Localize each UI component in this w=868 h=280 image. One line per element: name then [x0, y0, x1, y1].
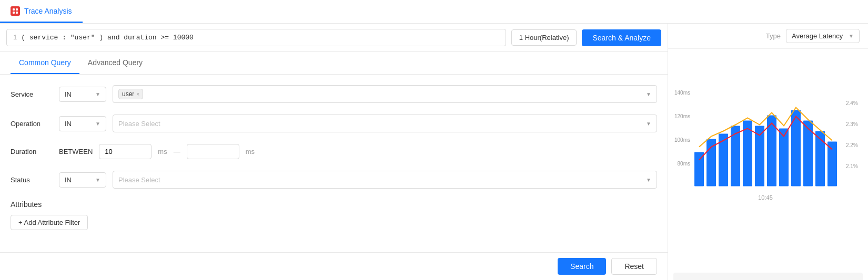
- operation-placeholder: Please Select: [118, 120, 160, 128]
- svg-text:2.3%: 2.3%: [846, 121, 858, 127]
- service-operator-select[interactable]: IN ▼: [59, 87, 106, 102]
- tab-bar: Trace Analysis: [0, 0, 868, 24]
- tab-common-query[interactable]: Common Query: [11, 52, 79, 74]
- query-editor[interactable]: 1 ( service : "user" ) and duration >= 1…: [6, 29, 506, 46]
- chevron-down-icon: ▼: [95, 91, 100, 97]
- svg-rect-12: [694, 152, 704, 186]
- query-expression: ( service : "user" ) and duration >= 100…: [21, 34, 194, 42]
- chart-area: 140ms 120ms 100ms 80ms 2.4% 2.3% 2.2% 2.…: [668, 49, 868, 280]
- svg-rect-2: [13, 12, 15, 14]
- duration-dash: —: [174, 148, 180, 155]
- operation-label: Operation: [11, 120, 53, 128]
- tab-advanced-query[interactable]: Advanced Query: [79, 52, 151, 74]
- svg-text:100ms: 100ms: [674, 137, 690, 143]
- svg-rect-14: [719, 134, 728, 186]
- svg-text:2.1%: 2.1%: [846, 163, 858, 169]
- chart-type-select[interactable]: Average Latency ▼: [786, 29, 860, 43]
- chart-type-label: Type: [766, 32, 781, 40]
- status-row: Status IN ▼ Please Select ▼: [11, 171, 657, 189]
- status-value-select[interactable]: Please Select ▼: [113, 171, 657, 189]
- status-operator-select[interactable]: IN ▼: [59, 172, 106, 188]
- status-chevron-icon: ▼: [646, 177, 651, 183]
- tag-user: user ×: [118, 89, 143, 99]
- chart-empty-area: [673, 273, 863, 280]
- svg-text:2.2%: 2.2%: [846, 142, 858, 148]
- chart-svg: 140ms 120ms 100ms 80ms 2.4% 2.3% 2.2% 2.…: [668, 54, 868, 271]
- form-area: Service IN ▼ user × ▼: [0, 75, 668, 252]
- operation-chevron-icon: ▼: [646, 121, 651, 127]
- svg-rect-19: [779, 129, 789, 186]
- service-row: Service IN ▼ user × ▼: [11, 85, 657, 103]
- svg-text:120ms: 120ms: [674, 113, 690, 119]
- chevron-down-icon: ▼: [95, 177, 100, 183]
- left-panel: 1 ( service : "user" ) and duration >= 1…: [0, 24, 668, 280]
- duration-max-input[interactable]: [187, 144, 239, 159]
- chart-type-value: Average Latency: [792, 32, 843, 40]
- attributes-section: Attributes + Add Attribute Filter: [11, 200, 657, 230]
- status-placeholder: Please Select: [118, 176, 160, 184]
- tab-trace-analysis[interactable]: Trace Analysis: [0, 0, 83, 23]
- svg-text:10:45: 10:45: [758, 194, 773, 201]
- search-analyze-button[interactable]: Search & Analyze: [582, 29, 661, 46]
- service-tags: user ×: [118, 89, 646, 99]
- service-label: Service: [11, 90, 53, 98]
- time-range-button[interactable]: 1 Hour(Relative): [511, 29, 577, 46]
- query-tabs: Common Query Advanced Query: [0, 52, 668, 75]
- footer-actions: Search Reset: [0, 252, 668, 280]
- service-chevron-icon: ▼: [646, 91, 651, 97]
- duration-max-unit: ms: [246, 148, 255, 155]
- query-bar: 1 ( service : "user" ) and duration >= 1…: [0, 24, 668, 52]
- svg-text:80ms: 80ms: [678, 161, 690, 167]
- svg-rect-13: [706, 139, 716, 186]
- search-button[interactable]: Search: [558, 258, 606, 275]
- svg-rect-15: [731, 126, 740, 186]
- operation-value-select[interactable]: Please Select ▼: [113, 115, 657, 132]
- trace-analysis-icon: [11, 6, 20, 16]
- duration-label: Duration: [11, 148, 53, 155]
- operation-row: Operation IN ▼ Please Select ▼: [11, 115, 657, 132]
- chart-type-chevron: ▼: [849, 33, 854, 39]
- duration-min-unit: ms: [158, 148, 167, 155]
- svg-text:140ms: 140ms: [674, 90, 690, 96]
- tab-label: Trace Analysis: [24, 7, 72, 15]
- reset-button[interactable]: Reset: [611, 258, 657, 275]
- tag-close-icon[interactable]: ×: [136, 91, 139, 97]
- chart-header: Type Average Latency ▼: [668, 24, 868, 49]
- svg-rect-23: [827, 142, 837, 186]
- service-value-select[interactable]: user × ▼: [113, 85, 657, 103]
- status-label: Status: [11, 176, 53, 184]
- duration-operator: BETWEEN: [59, 148, 93, 155]
- svg-rect-3: [16, 12, 18, 14]
- chevron-down-icon: ▼: [95, 121, 100, 127]
- main-content: 1 ( service : "user" ) and duration >= 1…: [0, 24, 868, 280]
- svg-rect-0: [13, 8, 15, 11]
- duration-min-input[interactable]: [99, 144, 152, 159]
- svg-text:2.4%: 2.4%: [846, 100, 858, 106]
- operation-operator-select[interactable]: IN ▼: [59, 116, 106, 131]
- add-attribute-button[interactable]: + Add Attribute Filter: [11, 215, 88, 230]
- query-line-number: 1: [13, 34, 17, 42]
- attributes-title: Attributes: [11, 200, 657, 209]
- svg-rect-1: [16, 8, 18, 11]
- right-panel: Type Average Latency ▼ 140ms 120ms 100ms…: [668, 24, 868, 280]
- svg-rect-21: [803, 121, 813, 186]
- duration-row: Duration BETWEEN ms — ms: [11, 144, 657, 159]
